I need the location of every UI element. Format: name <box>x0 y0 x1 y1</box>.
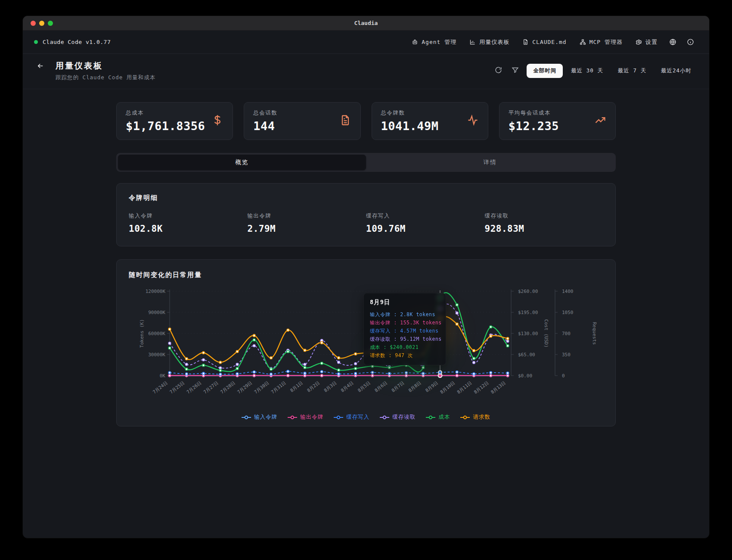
data-point-cache-write <box>202 372 205 375</box>
nav-settings[interactable]: 设置 <box>630 35 663 49</box>
globe-icon <box>669 38 676 46</box>
active-point-cache-write <box>438 371 442 374</box>
x-tick-label: 8月9日 <box>424 380 439 393</box>
legend-item-requests[interactable]: 请求数 <box>460 414 490 421</box>
minimize-button[interactable] <box>39 21 44 26</box>
data-point-cost <box>168 347 171 349</box>
x-tick-label: 7月31日 <box>270 380 287 395</box>
tooltip-row: 输出令牌 : 155.3K tokens <box>370 319 440 327</box>
chart-canvas[interactable]: 0K$0.00030000K$65.0035060000K$130.007009… <box>129 285 603 413</box>
data-point-cost <box>304 366 306 369</box>
refresh-button[interactable] <box>493 65 504 77</box>
filter-7-days[interactable]: 最近 7 天 <box>611 64 653 78</box>
back-button[interactable] <box>34 60 47 73</box>
x-tick-label: 8月10日 <box>439 380 456 395</box>
language-button[interactable] <box>665 35 680 49</box>
filter-30-days[interactable]: 最近 30 天 <box>565 64 610 78</box>
app-window: Claudia Claude Code v1.0.77 Agent 管理 用量仪… <box>22 16 710 538</box>
data-point-requests <box>354 353 357 355</box>
nav-usage-dashboard[interactable]: 用量仪表板 <box>464 35 515 49</box>
x-tick-label: 7月29日 <box>236 380 253 395</box>
tab-overview[interactable]: 概览 <box>118 155 366 170</box>
page-subtitle: 跟踪您的 Claude Code 用量和成本 <box>56 74 155 81</box>
data-point-output-tokens <box>253 374 255 377</box>
legend-label: 输入令牌 <box>254 414 277 421</box>
app-version-label: Claude Code v1.0.77 <box>43 39 111 45</box>
data-point-requests <box>304 349 306 352</box>
data-point-output-tokens <box>490 374 492 377</box>
legend-item-cost[interactable]: 成本 <box>426 414 450 421</box>
y-tick-requests: 350 <box>562 352 571 358</box>
data-point-requests <box>338 357 340 359</box>
x-tick-label: 8月4日 <box>340 380 354 393</box>
data-point-cache-write <box>185 373 188 375</box>
legend-marker <box>426 415 435 420</box>
data-point-cache-read <box>506 340 509 342</box>
data-point-requests <box>168 328 171 330</box>
stat-label: 总成本 <box>126 109 205 117</box>
breakdown-value: 928.83M <box>485 224 604 234</box>
close-button[interactable] <box>31 21 36 26</box>
data-point-cache-read <box>253 345 255 347</box>
data-point-cache-write <box>304 372 306 375</box>
breakdown-value: 102.8K <box>129 224 248 234</box>
filter-all-time[interactable]: 全部时间 <box>527 64 563 78</box>
app-header: Claude Code v1.0.77 Agent 管理 用量仪表板 CLAUD… <box>23 31 709 54</box>
x-tick-label: 8月3日 <box>323 380 338 393</box>
breakdown-cache-read: 缓存读取 928.83M <box>485 212 604 234</box>
data-point-cache-write <box>287 370 289 373</box>
chart-legend: 输入令牌输出令牌缓存写入缓存读取成本请求数 <box>129 414 603 421</box>
data-point-cost <box>422 366 425 369</box>
nav-mcp-manager[interactable]: MCP 管理器 <box>574 35 628 49</box>
data-point-cache-write <box>405 372 408 374</box>
data-point-requests <box>490 335 492 338</box>
stat-card-total-cost: 总成本 $1,761.8356 <box>116 102 233 140</box>
tab-details[interactable]: 详情 <box>366 155 614 170</box>
data-point-cache-read <box>236 363 239 366</box>
view-tabs: 概览 详情 <box>116 153 616 172</box>
network-icon <box>580 39 586 45</box>
nav-label: 设置 <box>645 38 658 46</box>
x-tick-label: 8月11日 <box>456 380 473 395</box>
stat-cards: 总成本 $1,761.8356 总会话数 144 总令牌数 <box>116 102 616 140</box>
data-point-requests <box>456 323 458 326</box>
data-point-cost <box>490 326 492 328</box>
nav-claude-md[interactable]: CLAUDE.md <box>517 36 571 48</box>
data-point-cache-write <box>320 370 323 373</box>
legend-item-input-tokens[interactable]: 输入令牌 <box>242 414 277 421</box>
data-point-output-tokens <box>456 374 458 377</box>
legend-item-output-tokens[interactable]: 输出令牌 <box>288 414 323 421</box>
legend-label: 缓存写入 <box>346 414 369 421</box>
filter-button[interactable] <box>510 65 521 77</box>
data-point-cost <box>320 362 323 365</box>
data-point-cache-write <box>422 372 425 375</box>
file-text-icon <box>522 39 529 45</box>
nav-agents[interactable]: Agent 管理 <box>406 35 462 49</box>
filter-24-hours[interactable]: 最近24小时 <box>654 64 698 78</box>
axis-label-requests: Requests <box>592 322 597 345</box>
data-point-cache-write <box>219 373 222 376</box>
y-tick-tokens: 90000K <box>148 310 165 315</box>
legend-marker <box>242 415 251 420</box>
data-point-cache-write <box>473 373 475 375</box>
stat-card-avg-cost: 平均每会话成本 $12.235 <box>499 102 616 140</box>
legend-item-cache-write[interactable]: 缓存写入 <box>334 414 369 421</box>
breakdown-value: 2.79M <box>248 224 366 234</box>
activity-icon <box>467 114 479 128</box>
data-point-output-tokens <box>168 374 171 377</box>
x-tick-label: 8月5日 <box>357 380 371 393</box>
y-tick-cost: $195.00 <box>518 310 538 315</box>
data-point-cost <box>202 364 205 367</box>
legend-marker <box>380 415 389 420</box>
data-point-requests <box>320 342 323 344</box>
trending-up-icon <box>594 114 606 128</box>
breakdown-label: 缓存读取 <box>485 212 604 220</box>
main-nav: Agent 管理 用量仪表板 CLAUDE.md MCP 管理器 <box>406 35 698 49</box>
tooltip-row: 缓存写入 : 4.57M tokens <box>370 327 440 335</box>
maximize-button[interactable] <box>48 21 53 26</box>
legend-item-cache-read[interactable]: 缓存读取 <box>380 414 416 421</box>
data-point-cost <box>236 367 239 370</box>
bot-icon <box>412 39 418 45</box>
info-button[interactable] <box>683 35 698 49</box>
data-point-output-tokens <box>405 374 408 377</box>
